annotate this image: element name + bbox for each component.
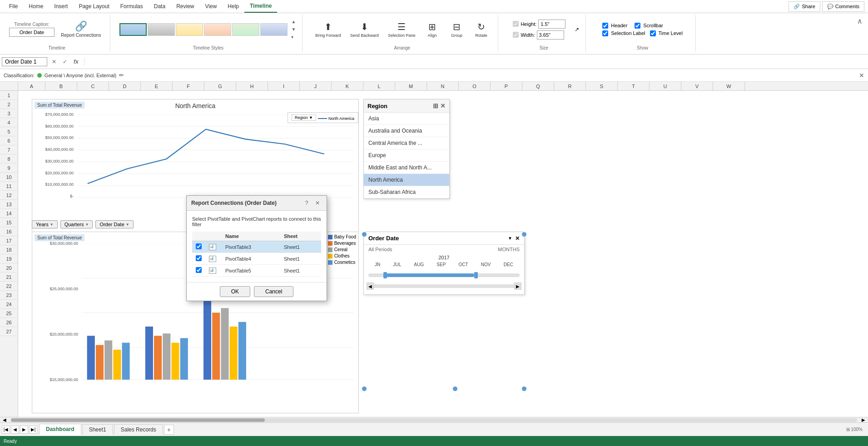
time-level-checkbox[interactable] — [650, 30, 656, 36]
rotate-button[interactable]: ↻ Rotate — [470, 20, 492, 40]
col-S[interactable]: S — [586, 82, 618, 90]
group-button[interactable]: ⊟ Group — [445, 20, 468, 40]
tab-data[interactable]: Data — [149, 0, 171, 12]
formula-input[interactable] — [86, 58, 866, 66]
slicer-handle-tl[interactable] — [362, 232, 367, 237]
sheet-nav-next[interactable]: ▶ — [20, 426, 28, 434]
horizontal-scrollbar-track[interactable] — [11, 418, 857, 422]
dialog-row-pivottable3[interactable]: 📊 PivotTable3 Sheet1 — [192, 241, 321, 253]
chart1-legend[interactable]: Region ▼ North America — [288, 112, 358, 123]
pivottable3-checkbox[interactable] — [196, 243, 202, 249]
col-C[interactable]: C — [77, 82, 109, 90]
tab-file[interactable]: File — [4, 0, 23, 12]
style-1[interactable] — [119, 23, 147, 36]
col-V[interactable]: V — [681, 82, 713, 90]
report-connections-dialog[interactable]: Report Connections (Order Date) ? ✕ Sele… — [186, 195, 327, 301]
styles-scroll-down[interactable]: ▼ — [290, 26, 297, 33]
col-M[interactable]: M — [395, 82, 427, 90]
size-expand-icon[interactable]: ↗ — [574, 25, 580, 34]
width-checkbox[interactable] — [513, 32, 519, 38]
add-sheet-button[interactable]: + — [164, 425, 174, 435]
ribbon-collapse-button[interactable]: ∧ — [855, 15, 864, 27]
slicer-item-central-america[interactable]: Central America the ... — [364, 137, 449, 149]
col-H[interactable]: H — [236, 82, 268, 90]
height-input[interactable] — [538, 20, 565, 29]
tab-help[interactable]: Help — [222, 0, 244, 12]
comments-button[interactable]: 💬 Comments — [822, 1, 864, 12]
col-T[interactable]: T — [618, 82, 650, 90]
years-filter-button[interactable]: Years ▼ — [32, 220, 58, 228]
style-6[interactable] — [260, 23, 288, 36]
formula-fx-button[interactable]: fx — [71, 58, 81, 66]
timeline-selection[interactable] — [383, 273, 474, 277]
col-A[interactable]: A — [18, 82, 45, 90]
slicer-item-asia[interactable]: Asia — [364, 113, 449, 125]
classification-edit-icon[interactable]: ✏ — [119, 72, 124, 79]
col-W[interactable]: W — [713, 82, 745, 90]
selection-label-checkbox[interactable] — [602, 30, 608, 36]
timeline-slicer[interactable]: Order Date ▼ ✕ All Periods MONTHS 2017 — [363, 232, 525, 295]
col-R[interactable]: R — [554, 82, 586, 90]
timeline-bar-area[interactable] — [364, 268, 524, 282]
slicer-item-middle-east[interactable]: Middle East and North A... — [364, 162, 449, 174]
scroll-right-btn[interactable]: ▶ — [859, 417, 868, 422]
sheet-tab-dashboard[interactable]: Dashboard — [39, 424, 81, 435]
col-I[interactable]: I — [268, 82, 300, 90]
sheet-nav-last[interactable]: ▶| — [29, 426, 37, 434]
col-E[interactable]: E — [141, 82, 173, 90]
width-input[interactable] — [537, 30, 564, 40]
timeline-scroll-left[interactable]: ◀ — [367, 282, 374, 290]
slicer-item-australia[interactable]: Australia and Oceania — [364, 125, 449, 137]
header-checkbox[interactable] — [602, 23, 608, 29]
sheet-nav-first[interactable]: |◀ — [2, 426, 10, 434]
slicer-item-sub-saharan[interactable]: Sub-Saharan Africa — [364, 186, 449, 198]
slicer-handle-bm[interactable] — [452, 386, 458, 391]
dialog-row-pivottable5[interactable]: 📊 PivotTable5 Sheet1 — [192, 265, 321, 277]
style-2[interactable] — [148, 23, 175, 36]
ok-button[interactable]: OK — [220, 286, 250, 297]
slicer-handle-br[interactable] — [521, 386, 527, 391]
timeline-slicer-close-icon[interactable]: ✕ — [515, 235, 520, 242]
quarters-filter-button[interactable]: Quarters ▼ — [60, 220, 93, 228]
slicer-region-clear-icon[interactable]: ✕ — [440, 102, 446, 109]
tab-home[interactable]: Home — [23, 0, 49, 12]
order-date-filter-button[interactable]: Order Date ▼ — [95, 220, 133, 228]
sheet-nav-prev[interactable]: ◀ — [11, 426, 19, 434]
pivottable5-checkbox[interactable] — [196, 267, 202, 273]
cancel-button[interactable]: Cancel — [254, 286, 293, 297]
scrollbar-checkbox[interactable] — [635, 23, 640, 29]
col-U[interactable]: U — [650, 82, 681, 90]
col-L[interactable]: L — [363, 82, 395, 90]
dialog-help-button[interactable]: ? — [302, 198, 311, 208]
timeline-scroll-track[interactable] — [374, 284, 514, 288]
slicer-handle-bl[interactable] — [362, 386, 367, 391]
styles-expand[interactable]: ▾ — [290, 34, 297, 40]
slicer-region-multiselect-icon[interactable]: ⊞ — [433, 102, 438, 109]
style-4[interactable] — [204, 23, 231, 36]
col-J[interactable]: J — [300, 82, 332, 90]
style-5[interactable] — [232, 23, 259, 36]
slicer-handle-tr[interactable] — [521, 232, 527, 237]
pivottable4-checkbox[interactable] — [196, 255, 202, 261]
dialog-close-button[interactable]: ✕ — [313, 198, 322, 208]
formula-cancel-button[interactable]: ✕ — [49, 58, 59, 66]
tab-review[interactable]: Review — [171, 0, 199, 12]
share-button[interactable]: 🔗 Share — [789, 1, 820, 12]
tab-insert[interactable]: Insert — [49, 0, 73, 12]
styles-scroll-up[interactable]: ▲ — [290, 18, 297, 25]
timeline-scroll-right[interactable]: ▶ — [514, 282, 521, 290]
timeline-handle-left[interactable] — [383, 272, 387, 278]
scroll-left-btn[interactable]: ◀ — [0, 417, 9, 422]
bottom-scrollbar[interactable]: ◀ ▶ — [0, 417, 868, 422]
col-O[interactable]: O — [459, 82, 491, 90]
col-G[interactable]: G — [204, 82, 236, 90]
timeline-handle-right[interactable] — [474, 272, 478, 278]
report-connections-button[interactable]: 🔗 Report Connections — [57, 19, 104, 40]
slicer-item-north-america[interactable]: North America — [364, 174, 449, 186]
col-B[interactable]: B — [45, 82, 77, 90]
slicer-item-europe[interactable]: Europe — [364, 149, 449, 162]
col-D[interactable]: D — [109, 82, 141, 90]
tab-timeline[interactable]: Timeline — [244, 0, 277, 13]
col-F[interactable]: F — [173, 82, 204, 90]
chart1-legend-filter[interactable]: Region ▼ — [292, 114, 316, 121]
